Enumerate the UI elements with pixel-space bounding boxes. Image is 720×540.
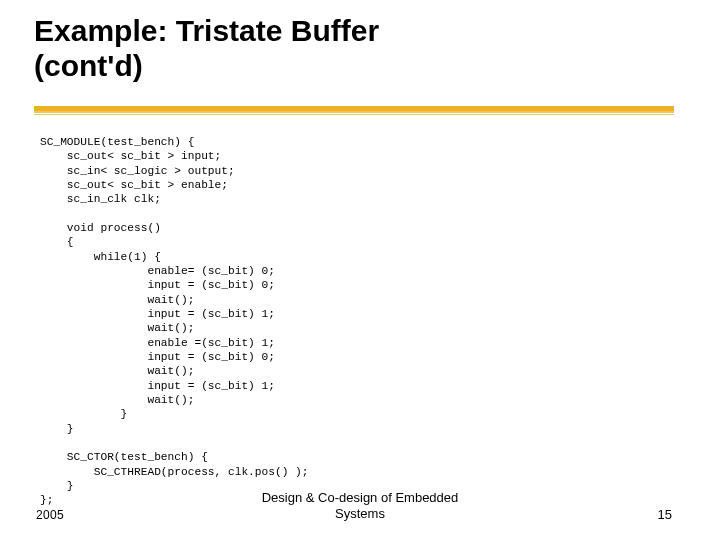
divider-tan [34,111,674,113]
footer-center-line2: Systems [335,506,385,521]
code-block: SC_MODULE(test_bench) { sc_out< sc_bit >… [40,135,309,508]
page-title: Example: Tristate Buffer (cont'd) [0,0,720,83]
footer-page-number: 15 [658,507,672,522]
footer-center-line1: Design & Co-design of Embedded [262,490,459,505]
slide: Example: Tristate Buffer (cont'd) SC_MOD… [0,0,720,540]
divider-thin [34,114,674,115]
title-line-2: (cont'd) [34,49,143,82]
footer-center: Design & Co-design of Embedded Systems [0,490,720,523]
title-divider [34,106,674,116]
title-line-1: Example: Tristate Buffer [34,14,379,47]
